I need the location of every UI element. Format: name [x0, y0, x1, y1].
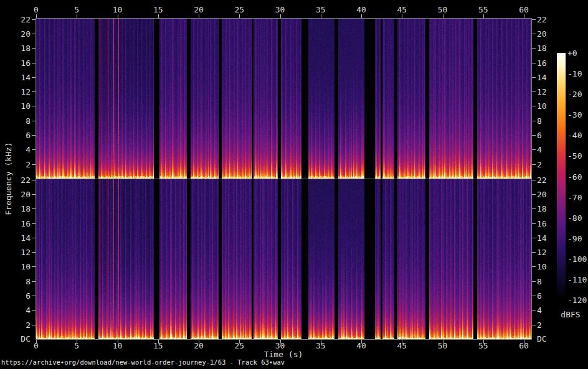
freq-tick-right — [532, 121, 536, 121]
colorbar-unit-label: dBFS — [556, 310, 585, 319]
freq-tick-left — [32, 208, 36, 209]
freq-tick-left — [32, 164, 36, 165]
freq-tick-label-left: 8 — [12, 278, 31, 286]
freq-tick-right — [532, 281, 536, 282]
time-tick-top — [483, 14, 484, 18]
freq-tick-label-left: 14 — [12, 234, 31, 242]
freq-tick-left — [32, 121, 36, 121]
freq-tick-left — [32, 266, 36, 267]
freq-tick-label-right: 16 — [537, 59, 558, 67]
freq-tick-right — [532, 77, 536, 78]
freq-tick-label-right: 6 — [537, 292, 558, 300]
time-tick-label-top: 35 — [308, 6, 333, 14]
freq-tick-label-left: 10 — [12, 263, 31, 271]
db-tick-label: -90 — [567, 235, 588, 243]
time-tick-label-bottom: 25 — [227, 342, 252, 350]
time-tick-top — [77, 14, 77, 18]
freq-tick-right — [532, 149, 536, 150]
freq-tick-left — [32, 194, 36, 195]
freq-tick-label-right: 18 — [537, 44, 558, 52]
freq-tick-label-right: DC — [537, 335, 558, 343]
freq-tick-right — [532, 310, 536, 311]
db-tick-label: -100 — [567, 255, 588, 263]
freq-tick-label-left: 22 — [12, 16, 31, 24]
freq-tick-right — [532, 135, 536, 136]
freq-tick-label-left: 20 — [12, 30, 31, 38]
freq-tick-right — [532, 208, 536, 209]
freq-tick-left — [32, 34, 36, 34]
freq-tick-right — [532, 223, 536, 224]
freq-tick-label-right: 14 — [537, 234, 558, 242]
freq-tick-label-left: 16 — [12, 59, 31, 67]
db-tick-label: -120 — [567, 296, 588, 304]
time-tick-label-bottom: 45 — [389, 342, 414, 350]
db-tick-label: -30 — [567, 111, 588, 119]
freq-tick-left — [32, 77, 36, 78]
freq-tick-right — [532, 106, 536, 106]
freq-tick-label-left: 20 — [12, 190, 31, 199]
freq-tick-label-left: 4 — [12, 146, 31, 154]
freq-tick-left — [32, 91, 36, 92]
time-tick-top — [199, 14, 199, 18]
time-tick-label-top: 25 — [227, 6, 252, 14]
freq-tick-label-left: 2 — [12, 321, 31, 329]
time-tick-label-top: 45 — [389, 6, 414, 14]
db-tick-label: +0 — [567, 49, 588, 57]
time-tick-label-top: 50 — [430, 6, 455, 14]
time-tick-label-top: 60 — [511, 6, 536, 14]
freq-tick-left — [32, 180, 36, 180]
freq-tick-left — [32, 223, 36, 224]
time-tick-label-bottom: 10 — [105, 342, 130, 350]
time-tick-top — [36, 14, 37, 18]
db-tick-label: -110 — [567, 276, 588, 284]
db-tick-label: -70 — [567, 194, 588, 202]
freq-tick-right — [532, 63, 536, 63]
db-tick-label: -80 — [567, 214, 588, 222]
freq-tick-left — [32, 281, 36, 282]
time-tick-top — [524, 14, 524, 18]
freq-tick-label-left: 6 — [12, 131, 31, 139]
time-tick-top — [321, 14, 321, 18]
freq-tick-left — [32, 63, 36, 63]
freq-tick-right — [532, 19, 536, 20]
freq-tick-left — [32, 149, 36, 150]
time-tick-label-top: 10 — [105, 6, 130, 14]
freq-tick-label-right: 8 — [537, 278, 558, 286]
db-tick-label: -20 — [567, 90, 588, 98]
time-tick-label-bottom: 40 — [349, 342, 374, 350]
db-tick-label: -40 — [567, 131, 588, 139]
freq-tick-label-left: 8 — [12, 117, 31, 125]
freq-tick-right — [532, 266, 536, 267]
time-tick-label-top: 55 — [471, 6, 496, 14]
time-tick-label-bottom: 15 — [146, 342, 171, 350]
freq-tick-label-left: 16 — [12, 220, 31, 228]
freq-tick-label-right: 10 — [537, 102, 558, 110]
time-tick-top — [402, 14, 402, 18]
time-tick-top — [361, 14, 362, 18]
right-axis-line — [531, 18, 532, 340]
freq-tick-label-left: 2 — [12, 161, 31, 169]
time-tick-top — [158, 14, 159, 18]
freq-tick-label-left: 12 — [12, 88, 31, 96]
freq-tick-left — [32, 19, 36, 20]
freq-tick-label-right: 2 — [537, 321, 558, 329]
freq-tick-right — [532, 91, 536, 92]
freq-tick-left — [32, 252, 36, 253]
freq-tick-left — [32, 106, 36, 106]
time-tick-label-bottom: 5 — [64, 342, 89, 350]
freq-tick-label-right: 16 — [537, 220, 558, 228]
time-tick-label-bottom: 20 — [186, 342, 211, 350]
spectrogram-left-channel — [36, 19, 531, 179]
freq-tick-right — [532, 238, 536, 238]
time-tick-label-top: 0 — [24, 6, 49, 14]
freq-tick-right — [532, 164, 536, 165]
freq-tick-left — [32, 296, 36, 296]
time-tick-top — [239, 14, 240, 18]
freq-tick-label-left: 12 — [12, 248, 31, 256]
time-tick-top — [443, 14, 443, 18]
time-tick-label-bottom: 60 — [511, 342, 536, 350]
freq-tick-label-right: 22 — [537, 176, 558, 184]
source-caption: https://archive•org/download/new-world-o… — [1, 358, 285, 366]
freq-tick-left — [32, 48, 36, 49]
bottom-axis-line — [36, 339, 532, 340]
